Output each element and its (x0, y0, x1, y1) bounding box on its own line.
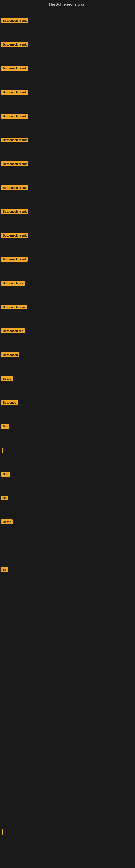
badge-row: Bo (0, 486, 135, 510)
badge-row (0, 582, 135, 606)
badge-row: Bottleneck (0, 343, 135, 367)
bottleneck-result-badge[interactable]: Bottleneck resul (1, 257, 28, 262)
badge-row: Bottleneck res (0, 319, 135, 343)
bottleneck-result-badge[interactable]: Bottleneck result (1, 185, 28, 190)
bottleneck-result-badge[interactable]: Bottleneck res (1, 281, 25, 286)
badge-row (0, 820, 135, 844)
badge-row (0, 677, 135, 701)
badge-row: Bottleneck result (0, 9, 135, 33)
badge-row: Bottleneck result (0, 223, 135, 247)
badge-row: Bottleneck result (0, 199, 135, 223)
badge-row (0, 629, 135, 653)
badge-row (0, 749, 135, 773)
badge-row (0, 773, 135, 796)
badge-row: Bottleneck result (0, 128, 135, 152)
bottleneck-result-badge[interactable]: Bo (1, 567, 8, 572)
badge-row: Bottleneck res (0, 271, 135, 295)
badge-row: Bottleneck result (0, 80, 135, 104)
vertical-indicator (2, 447, 3, 453)
badge-row: Bottleneck resul (0, 247, 135, 271)
badge-row: Bottlenec (0, 391, 135, 414)
badge-row: Bot (0, 414, 135, 438)
badge-row: Bottleneck result (0, 56, 135, 80)
bottleneck-result-badge[interactable]: Bottleneck result (1, 66, 28, 71)
bottleneck-result-badge[interactable]: Bottleneck result (1, 209, 28, 214)
badge-row (0, 796, 135, 820)
badge-row (0, 725, 135, 749)
badge-row (0, 606, 135, 629)
bottleneck-result-badge[interactable]: Bottleneck result (1, 137, 28, 143)
bottleneck-result-badge[interactable]: Bottle (1, 376, 13, 381)
badge-row: Bottleneck result (0, 152, 135, 176)
bottleneck-result-badge[interactable]: Bottleneck result (1, 18, 28, 23)
bottleneck-result-badge[interactable]: Bo (1, 496, 8, 500)
badge-row: Bo (0, 558, 135, 582)
site-title: TheBottlenecker.com (0, 0, 135, 9)
bottleneck-result-badge[interactable]: Bottleneck result (1, 233, 28, 238)
bottleneck-result-badge[interactable]: Bottle (1, 520, 13, 524)
vertical-indicator (2, 830, 3, 835)
bottleneck-result-badge[interactable]: Bottleneck result (1, 42, 28, 47)
bottleneck-result-badge[interactable]: Bottleneck result (1, 114, 28, 119)
badge-row: Bottleneck resu (0, 295, 135, 319)
bottleneck-result-badge[interactable]: Bott (1, 472, 10, 476)
bottleneck-result-badge[interactable]: Bottlenec (1, 400, 18, 405)
badge-row: Bottleneck result (0, 33, 135, 56)
badge-row (0, 438, 135, 462)
badge-row: Bottle (0, 510, 135, 534)
badge-row: Bottle (0, 367, 135, 391)
badge-row: Bott (0, 462, 135, 486)
badge-row (0, 701, 135, 725)
bottleneck-result-badge[interactable]: Bot (1, 424, 9, 429)
badge-row (0, 653, 135, 677)
bottleneck-result-badge[interactable]: Bottleneck (1, 352, 19, 357)
badge-row (0, 534, 135, 558)
bottleneck-result-badge[interactable]: Bottleneck result (1, 90, 28, 95)
bottleneck-result-badge[interactable]: Bottleneck resu (1, 305, 27, 310)
bottleneck-result-badge[interactable]: Bottleneck result (1, 161, 28, 166)
badge-row: Bottleneck result (0, 104, 135, 128)
bottleneck-result-badge[interactable]: Bottleneck res (1, 329, 25, 333)
badge-row: Bottleneck result (0, 176, 135, 199)
